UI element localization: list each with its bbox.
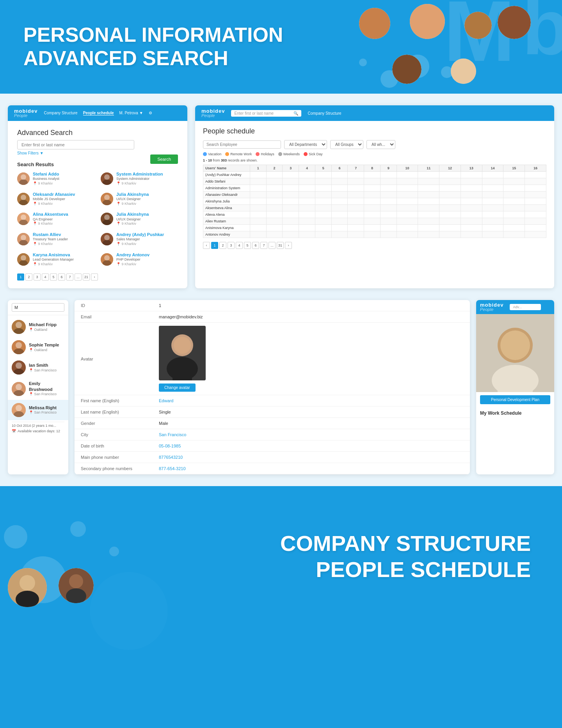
schedule-cell	[482, 211, 503, 218]
result-item[interactable]: Julia Akinshyna UI/UX Designer 📍 9 Khark…	[101, 192, 178, 206]
person-item[interactable]: Sophie Temple 📍 Oakland	[8, 337, 68, 357]
search-button[interactable]: Search	[150, 154, 178, 164]
result-avatar	[17, 253, 30, 266]
svg-point-57	[16, 591, 39, 607]
page-btn[interactable]: ...	[75, 273, 82, 281]
nav-company-structure[interactable]: Company Structure	[44, 111, 77, 115]
people-search-input[interactable]	[12, 303, 64, 312]
result-item[interactable]: Karyna Anisimova Lead Generation Manager…	[17, 252, 94, 267]
schedule-cell	[397, 172, 418, 178]
result-avatar	[17, 172, 30, 185]
schedule-cell	[250, 218, 267, 225]
nav-user-menu[interactable]: M. Petrova ▼	[119, 111, 143, 115]
result-info: Rustam Alliev Treasury Team Leader 📍 9 K…	[33, 232, 68, 247]
schedule-page-btn[interactable]: ›	[285, 242, 292, 249]
col-16: 16	[525, 165, 546, 172]
schedule-nav-company[interactable]: Company Structure	[308, 111, 341, 115]
result-name: Stefani Addo	[33, 171, 59, 177]
result-name: System Administration	[116, 171, 163, 177]
schedule-cell	[503, 178, 525, 185]
adv-label: Adv...	[513, 305, 521, 309]
schedule-cell	[503, 218, 525, 225]
page-btn[interactable]: 5	[50, 273, 57, 281]
result-item[interactable]: Andrey (Andy) Pushkar Sales Manager 📍 9 …	[101, 232, 178, 247]
all-who-select[interactable]: All wh...	[366, 140, 395, 149]
row-name: Alieva Alena	[203, 211, 250, 218]
schedule-cell	[418, 185, 439, 192]
dev-plan-button[interactable]: Personal Development Plan	[480, 395, 550, 404]
schedule-cell	[315, 211, 331, 218]
person-item[interactable]: Ian Smith 📍 San Francisco	[8, 357, 68, 378]
schedule-page-btn[interactable]: 5	[244, 242, 251, 249]
page-btn[interactable]: 4	[42, 273, 49, 281]
schedule-page-btn[interactable]: 1	[211, 242, 218, 249]
result-item[interactable]: Andrey Antonov PHP Developer 📍 9 Kharkiv	[101, 252, 178, 267]
nav-people-schedule[interactable]: People schedule	[83, 111, 114, 115]
schedule-page-btn[interactable]: 2	[219, 242, 226, 249]
people-list-panel: Michael Fripp 📍 Oakland Sophie Temple 📍 …	[8, 300, 68, 474]
result-item[interactable]: Rustam Alliev Treasury Team Leader 📍 9 K…	[17, 232, 94, 247]
schedule-page-btn[interactable]: 7	[260, 242, 267, 249]
result-item[interactable]: System Administration System Administrat…	[101, 171, 178, 186]
row-name: Aksentseva Alina	[203, 205, 250, 211]
schedule-cell	[503, 225, 525, 231]
schedule-cell	[299, 218, 315, 225]
bottom-hero-section: COMPANY STRUCTURE PEOPLE SCHEDULE	[0, 486, 562, 627]
schedule-page-btn[interactable]: 31	[277, 242, 284, 249]
schedule-search-bar[interactable]: Enter first or last name 🔍	[231, 110, 301, 117]
page-btn[interactable]: 1	[17, 273, 24, 281]
search-text-input[interactable]	[17, 140, 134, 149]
schedule-cell	[250, 192, 267, 198]
result-item[interactable]: Julia Akinshyna UI/UX Designer 📍 9 Khark…	[101, 211, 178, 226]
result-item[interactable]: Stefani Addo Business Analyst 📍 9 Kharki…	[17, 171, 94, 186]
bottom-circle-4	[109, 547, 119, 556]
schedule-cell	[331, 178, 348, 185]
person-item[interactable]: Michael Fripp 📍 Oakland	[8, 317, 68, 337]
schedule-page-btn[interactable]: 3	[228, 242, 235, 249]
page-btn[interactable]: 6	[58, 273, 65, 281]
svg-point-37	[16, 362, 22, 369]
schedule-cell	[364, 225, 381, 231]
right-small-search[interactable]: Adv...	[510, 304, 541, 310]
schedule-cell	[331, 185, 348, 192]
page-btn[interactable]: 21	[83, 273, 90, 281]
result-role: Mobile JS Developer	[33, 197, 75, 202]
page-btn[interactable]: ›	[91, 273, 98, 281]
group-select[interactable]: All Groups	[330, 140, 363, 149]
schedule-cell	[266, 231, 283, 238]
schedule-cell	[266, 192, 283, 198]
schedule-cell	[461, 218, 482, 225]
info-label-email: Email	[75, 311, 153, 323]
schedule-page-btn[interactable]: ‹	[203, 242, 210, 249]
col-7: 7	[348, 165, 364, 172]
schedule-cell	[525, 205, 546, 211]
employee-search-input[interactable]	[203, 140, 281, 149]
result-item[interactable]: Oleksandr Afanasiev Mobile JS Developer …	[17, 192, 94, 206]
col-3: 3	[283, 165, 299, 172]
page-btn[interactable]: 2	[25, 273, 32, 281]
schedule-legend: Vacation Remote Work Holidays Weekends S…	[203, 152, 546, 156]
result-name: Julia Akinshyna	[116, 192, 149, 197]
schedule-filters: All Departments All Groups All wh...	[203, 140, 546, 149]
svg-point-22	[104, 235, 110, 240]
schedule-page-btn[interactable]: 4	[236, 242, 243, 249]
schedule-page-btn[interactable]: ...	[269, 242, 276, 249]
schedule-cell	[315, 198, 331, 205]
change-avatar-button[interactable]: Change avatar	[159, 384, 196, 392]
dept-select[interactable]: All Departments	[284, 140, 327, 149]
schedule-cell	[250, 178, 267, 185]
schedule-page-btn[interactable]: 6	[252, 242, 259, 249]
page-btn[interactable]: 7	[66, 273, 73, 281]
person-item[interactable]: Emily Brushwood 📍 San Francisco	[8, 378, 68, 400]
nav-settings[interactable]: ⚙	[149, 111, 152, 115]
schedule-cell	[250, 198, 267, 205]
schedule-cell	[331, 192, 348, 198]
schedule-cell	[283, 198, 299, 205]
person-item[interactable]: Melissa Right 📍 San Francisco	[8, 400, 68, 420]
schedule-cell	[439, 172, 461, 178]
result-item[interactable]: Alina Aksentseva QA Engineer 📍 9 Kharkiv	[17, 211, 94, 226]
schedule-cell	[380, 225, 397, 231]
result-role: UI/UX Designer	[116, 217, 149, 222]
schedule-cell	[266, 205, 283, 211]
page-btn[interactable]: 3	[34, 273, 41, 281]
